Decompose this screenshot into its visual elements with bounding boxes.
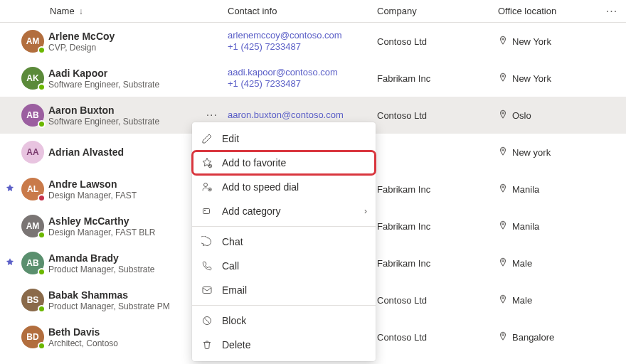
location-name: Manila <box>512 221 539 232</box>
avatar[interactable]: BD <box>21 326 44 348</box>
avatar-cell: AK <box>20 67 48 90</box>
company-name: Fabrikam Inc <box>377 221 430 232</box>
avatar[interactable]: AK <box>21 67 44 90</box>
location-cell: New York <box>498 36 598 48</box>
presence-indicator <box>38 194 46 202</box>
avatar[interactable]: AB <box>21 252 44 274</box>
company-cell: Fabrikam Inc <box>377 73 498 84</box>
header-contact[interactable]: Contact info <box>228 6 377 16</box>
contact-email[interactable]: aaron.buxton@contoso.com <box>228 109 377 121</box>
header-more[interactable]: ··· <box>598 5 626 18</box>
person-name: Ashley McCarthy <box>48 215 156 228</box>
trash-icon <box>201 338 213 351</box>
avatar-cell: AL <box>20 178 48 200</box>
person-title: Product Manager, Substrate PM <box>48 301 170 311</box>
location-name: New york <box>512 147 551 158</box>
menu-edit-label: Edit <box>222 133 239 144</box>
menu-call[interactable]: Call <box>192 254 376 278</box>
company-name: Contoso Ltd <box>377 332 427 343</box>
location-pin-icon <box>498 36 508 48</box>
tag-icon <box>201 205 213 218</box>
menu-separator <box>192 305 376 306</box>
company-cell: Contoso Ltd <box>377 332 498 343</box>
mail-icon <box>201 284 213 296</box>
svg-point-10 <box>204 183 208 187</box>
menu-delete[interactable]: Delete <box>192 333 376 357</box>
location-pin-icon <box>498 220 508 232</box>
pencil-icon <box>201 132 213 145</box>
menu-add-speed-dial[interactable]: Add to speed dial <box>192 175 376 199</box>
table-row[interactable]: AKAadi KapoorSoftware Engineer, Substrat… <box>0 60 626 97</box>
location-name: New York <box>512 36 551 47</box>
svg-point-13 <box>204 210 205 210</box>
avatar-cell: BS <box>20 289 48 311</box>
company-name: Fabrikam Inc <box>377 258 430 269</box>
person-title: Software Engineer, Substrate <box>48 117 159 127</box>
avatar-cell: BD <box>20 326 48 348</box>
table-header: Name ↓ Contact info Company Office locat… <box>0 0 626 23</box>
company-cell: Contoso Ltd <box>377 110 498 121</box>
menu-block[interactable]: Block <box>192 309 376 333</box>
svg-point-4 <box>502 186 504 187</box>
header-company[interactable]: Company <box>377 6 498 16</box>
avatar[interactable]: AM <box>21 215 44 237</box>
star-icon <box>5 257 15 267</box>
location-cell: New york <box>498 146 598 159</box>
person-name: Adrian Alvasted <box>48 146 124 159</box>
location-name: Manila <box>512 184 539 195</box>
location-cell: Bangalore <box>498 331 598 343</box>
company-name: Contoso Ltd <box>377 110 427 121</box>
header-name[interactable]: Name ↓ <box>48 6 228 16</box>
menu-email[interactable]: Email <box>192 278 376 302</box>
header-name-label: Name <box>50 6 75 16</box>
favorite-star[interactable] <box>0 257 20 269</box>
location-cell: Male <box>498 294 598 306</box>
avatar[interactable]: AB <box>21 104 44 127</box>
location-name: Male <box>512 295 532 306</box>
presence-indicator <box>38 342 46 350</box>
menu-block-label: Block <box>222 315 246 326</box>
person-name: Aadi Kapoor <box>48 67 159 80</box>
menu-add-category[interactable]: Add category › <box>192 199 376 223</box>
contact-email[interactable]: arlenemccoy@contoso.com <box>228 30 377 41</box>
header-location-label: Office location <box>498 6 556 16</box>
presence-indicator <box>38 83 46 91</box>
person-title: Design Manager, FAST BLR <box>48 228 156 237</box>
menu-separator <box>192 226 376 227</box>
favorite-star[interactable] <box>0 183 20 196</box>
company-name: Contoso Ltd <box>377 36 427 47</box>
avatar[interactable]: AA <box>21 141 44 164</box>
person-name: Andre Lawson <box>48 178 137 191</box>
person-name: Beth Davis <box>48 326 118 338</box>
svg-point-1 <box>502 75 504 76</box>
location-pin-icon <box>498 257 508 269</box>
menu-chat-label: Chat <box>222 236 243 247</box>
location-pin-icon <box>498 331 508 343</box>
presence-indicator <box>38 305 46 313</box>
avatar[interactable]: AL <box>21 178 44 200</box>
avatar-cell: AA <box>20 141 48 164</box>
row-more-button[interactable]: ··· <box>206 109 218 122</box>
avatar[interactable]: AM <box>21 30 44 53</box>
location-cell: Male <box>498 257 598 269</box>
contact-email[interactable]: aadi.kapoor@contoso.com <box>228 67 377 78</box>
contact-cell: aaron.buxton@contoso.com <box>228 109 377 121</box>
table-row[interactable]: AMArlene McCoyCVP, Designarlenemccoy@con… <box>0 23 626 60</box>
avatar[interactable]: BS <box>21 289 44 311</box>
svg-rect-14 <box>203 287 211 294</box>
sort-arrow-icon: ↓ <box>79 6 83 16</box>
contact-phone[interactable]: +1 (425) 7233487 <box>228 78 377 90</box>
menu-edit[interactable]: Edit <box>192 127 376 151</box>
menu-add-favorite-label: Add to favorite <box>222 157 286 168</box>
company-cell: Fabrikam Inc <box>377 258 498 269</box>
menu-add-favorite[interactable]: Add to favorite <box>192 151 376 175</box>
svg-point-5 <box>502 223 504 224</box>
svg-point-2 <box>502 112 504 113</box>
menu-chat[interactable]: Chat <box>192 230 376 254</box>
header-contact-label: Contact info <box>228 6 277 16</box>
company-name: Contoso Ltd <box>377 295 427 306</box>
contact-context-menu: Edit Add to favorite Add to speed dial A… <box>192 122 376 361</box>
contact-phone[interactable]: +1 (425) 7233487 <box>228 41 377 53</box>
company-cell: Fabrikam Inc <box>377 184 498 195</box>
header-location[interactable]: Office location <box>498 6 598 16</box>
